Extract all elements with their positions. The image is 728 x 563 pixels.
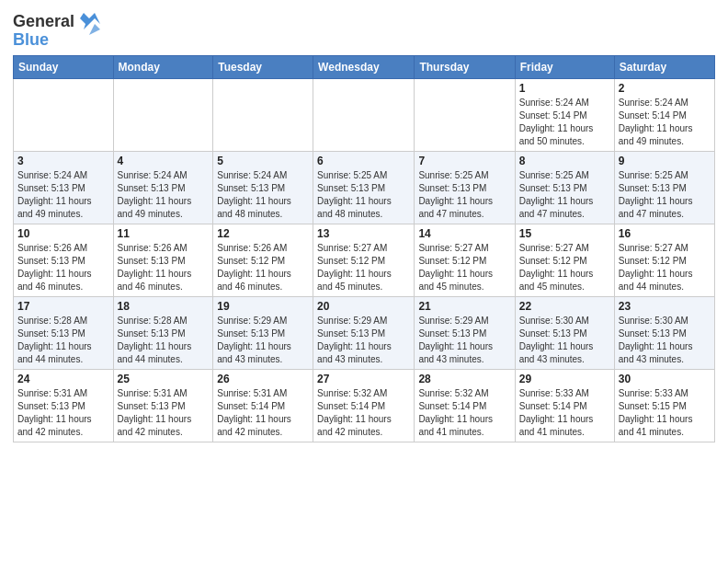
calendar-cell: 7Sunrise: 5:25 AM Sunset: 5:13 PM Daylig… xyxy=(415,151,515,224)
calendar-cell: 23Sunrise: 5:30 AM Sunset: 5:13 PM Dayli… xyxy=(614,296,714,369)
day-number: 28 xyxy=(418,373,510,385)
day-number: 10 xyxy=(17,227,109,240)
day-number: 27 xyxy=(317,373,410,385)
calendar-week-row: 24Sunrise: 5:31 AM Sunset: 5:13 PM Dayli… xyxy=(14,369,715,442)
day-number: 18 xyxy=(118,300,210,313)
calendar-cell: 29Sunrise: 5:33 AM Sunset: 5:14 PM Dayli… xyxy=(515,369,614,442)
day-number: 17 xyxy=(17,300,109,313)
day-info: Sunrise: 5:29 AM Sunset: 5:13 PM Dayligh… xyxy=(418,315,510,366)
day-number: 9 xyxy=(619,155,711,167)
calendar-cell: 18Sunrise: 5:28 AM Sunset: 5:13 PM Dayli… xyxy=(113,296,213,369)
calendar-cell: 25Sunrise: 5:31 AM Sunset: 5:13 PM Dayli… xyxy=(113,369,213,442)
calendar-header-wednesday: Wednesday xyxy=(313,55,415,78)
day-info: Sunrise: 5:29 AM Sunset: 5:13 PM Dayligh… xyxy=(217,315,309,366)
day-info: Sunrise: 5:32 AM Sunset: 5:14 PM Dayligh… xyxy=(418,387,510,439)
calendar-cell: 21Sunrise: 5:29 AM Sunset: 5:13 PM Dayli… xyxy=(415,296,515,369)
calendar-week-row: 1Sunrise: 5:24 AM Sunset: 5:14 PM Daylig… xyxy=(14,78,715,151)
day-number: 1 xyxy=(519,82,610,95)
calendar-header-row: SundayMondayTuesdayWednesdayThursdayFrid… xyxy=(14,55,715,78)
calendar-cell: 27Sunrise: 5:32 AM Sunset: 5:14 PM Dayli… xyxy=(313,369,415,442)
svg-marker-1 xyxy=(89,24,100,35)
day-info: Sunrise: 5:25 AM Sunset: 5:13 PM Dayligh… xyxy=(317,169,410,221)
day-info: Sunrise: 5:29 AM Sunset: 5:13 PM Dayligh… xyxy=(317,315,410,366)
day-info: Sunrise: 5:24 AM Sunset: 5:13 PM Dayligh… xyxy=(17,169,109,221)
day-info: Sunrise: 5:26 AM Sunset: 5:13 PM Dayligh… xyxy=(118,242,210,293)
calendar-header-thursday: Thursday xyxy=(415,55,515,78)
day-info: Sunrise: 5:27 AM Sunset: 5:12 PM Dayligh… xyxy=(619,242,711,293)
calendar-cell xyxy=(213,78,313,151)
day-info: Sunrise: 5:27 AM Sunset: 5:12 PM Dayligh… xyxy=(519,242,610,293)
day-info: Sunrise: 5:33 AM Sunset: 5:15 PM Dayligh… xyxy=(619,387,711,439)
calendar-header-saturday: Saturday xyxy=(614,55,714,78)
calendar-cell xyxy=(313,78,415,151)
calendar-cell: 19Sunrise: 5:29 AM Sunset: 5:13 PM Dayli… xyxy=(213,296,313,369)
calendar-header-monday: Monday xyxy=(113,55,213,78)
calendar-cell: 1Sunrise: 5:24 AM Sunset: 5:14 PM Daylig… xyxy=(515,78,614,151)
calendar-cell: 28Sunrise: 5:32 AM Sunset: 5:14 PM Dayli… xyxy=(415,369,515,442)
calendar-cell: 17Sunrise: 5:28 AM Sunset: 5:13 PM Dayli… xyxy=(14,296,114,369)
day-number: 30 xyxy=(619,373,711,385)
day-number: 21 xyxy=(418,300,510,313)
day-number: 2 xyxy=(619,82,711,95)
day-info: Sunrise: 5:30 AM Sunset: 5:13 PM Dayligh… xyxy=(619,315,711,366)
day-number: 24 xyxy=(17,373,109,385)
calendar-cell: 11Sunrise: 5:26 AM Sunset: 5:13 PM Dayli… xyxy=(113,224,213,296)
calendar-cell: 9Sunrise: 5:25 AM Sunset: 5:13 PM Daylig… xyxy=(614,151,714,224)
day-info: Sunrise: 5:24 AM Sunset: 5:14 PM Dayligh… xyxy=(519,97,610,148)
day-number: 22 xyxy=(519,300,610,313)
day-info: Sunrise: 5:26 AM Sunset: 5:13 PM Dayligh… xyxy=(17,242,109,293)
day-number: 4 xyxy=(118,155,210,167)
day-info: Sunrise: 5:25 AM Sunset: 5:13 PM Dayligh… xyxy=(418,169,510,221)
day-number: 25 xyxy=(118,373,210,385)
calendar-cell: 12Sunrise: 5:26 AM Sunset: 5:12 PM Dayli… xyxy=(213,224,313,296)
calendar-cell: 2Sunrise: 5:24 AM Sunset: 5:14 PM Daylig… xyxy=(614,78,714,151)
calendar-cell xyxy=(113,78,213,151)
logo-icon xyxy=(76,9,102,35)
day-number: 23 xyxy=(619,300,711,313)
day-info: Sunrise: 5:31 AM Sunset: 5:14 PM Dayligh… xyxy=(217,387,309,439)
day-number: 7 xyxy=(418,155,510,167)
day-info: Sunrise: 5:28 AM Sunset: 5:13 PM Dayligh… xyxy=(118,315,210,366)
day-info: Sunrise: 5:31 AM Sunset: 5:13 PM Dayligh… xyxy=(118,387,210,439)
day-number: 13 xyxy=(317,227,410,240)
day-info: Sunrise: 5:24 AM Sunset: 5:13 PM Dayligh… xyxy=(118,169,210,221)
day-number: 20 xyxy=(317,300,410,313)
day-number: 26 xyxy=(217,373,309,385)
calendar-table: SundayMondayTuesdayWednesdayThursdayFrid… xyxy=(13,55,715,442)
day-number: 3 xyxy=(17,155,109,167)
day-number: 29 xyxy=(519,373,610,385)
day-info: Sunrise: 5:26 AM Sunset: 5:12 PM Dayligh… xyxy=(217,242,309,293)
day-info: Sunrise: 5:32 AM Sunset: 5:14 PM Dayligh… xyxy=(317,387,410,439)
calendar-cell: 3Sunrise: 5:24 AM Sunset: 5:13 PM Daylig… xyxy=(14,151,114,224)
calendar-cell: 30Sunrise: 5:33 AM Sunset: 5:15 PM Dayli… xyxy=(614,369,714,442)
calendar-cell xyxy=(14,78,114,151)
day-info: Sunrise: 5:25 AM Sunset: 5:13 PM Dayligh… xyxy=(619,169,711,221)
calendar-cell: 10Sunrise: 5:26 AM Sunset: 5:13 PM Dayli… xyxy=(14,224,114,296)
day-info: Sunrise: 5:24 AM Sunset: 5:14 PM Dayligh… xyxy=(619,97,711,148)
header: General Blue xyxy=(13,9,715,50)
calendar-week-row: 10Sunrise: 5:26 AM Sunset: 5:13 PM Dayli… xyxy=(14,224,715,296)
calendar-cell: 16Sunrise: 5:27 AM Sunset: 5:12 PM Dayli… xyxy=(614,224,714,296)
day-number: 14 xyxy=(418,227,510,240)
calendar-cell: 15Sunrise: 5:27 AM Sunset: 5:12 PM Dayli… xyxy=(515,224,614,296)
day-info: Sunrise: 5:27 AM Sunset: 5:12 PM Dayligh… xyxy=(418,242,510,293)
calendar-cell: 14Sunrise: 5:27 AM Sunset: 5:12 PM Dayli… xyxy=(415,224,515,296)
day-number: 16 xyxy=(619,227,711,240)
day-number: 19 xyxy=(217,300,309,313)
day-info: Sunrise: 5:33 AM Sunset: 5:14 PM Dayligh… xyxy=(519,387,610,439)
day-number: 12 xyxy=(217,227,309,240)
day-number: 8 xyxy=(519,155,610,167)
calendar-header-friday: Friday xyxy=(515,55,614,78)
calendar-cell xyxy=(415,78,515,151)
calendar-cell: 24Sunrise: 5:31 AM Sunset: 5:13 PM Dayli… xyxy=(14,369,114,442)
day-info: Sunrise: 5:28 AM Sunset: 5:13 PM Dayligh… xyxy=(17,315,109,366)
calendar-cell: 8Sunrise: 5:25 AM Sunset: 5:13 PM Daylig… xyxy=(515,151,614,224)
day-info: Sunrise: 5:31 AM Sunset: 5:13 PM Dayligh… xyxy=(17,387,109,439)
calendar-week-row: 3Sunrise: 5:24 AM Sunset: 5:13 PM Daylig… xyxy=(14,151,715,224)
day-info: Sunrise: 5:30 AM Sunset: 5:13 PM Dayligh… xyxy=(519,315,610,366)
calendar-cell: 6Sunrise: 5:25 AM Sunset: 5:13 PM Daylig… xyxy=(313,151,415,224)
calendar-cell: 26Sunrise: 5:31 AM Sunset: 5:14 PM Dayli… xyxy=(213,369,313,442)
day-info: Sunrise: 5:27 AM Sunset: 5:12 PM Dayligh… xyxy=(317,242,410,293)
page: General Blue SundayMondayTuesdayWednesda… xyxy=(0,0,728,563)
day-info: Sunrise: 5:25 AM Sunset: 5:13 PM Dayligh… xyxy=(519,169,610,221)
